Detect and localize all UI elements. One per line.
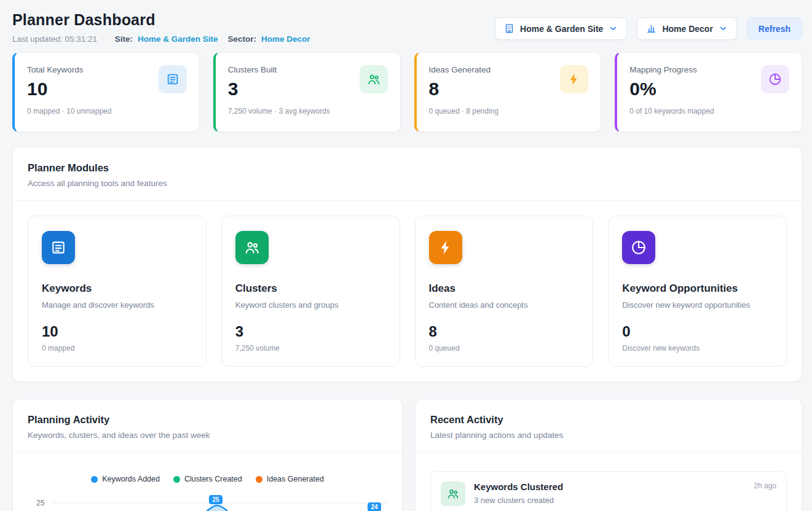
group-icon (441, 482, 465, 506)
module-value: 10 (42, 324, 192, 339)
group-icon (235, 231, 269, 264)
stat-detail: 0 queued · 8 pending (429, 107, 499, 115)
stat-label: Total Keywords (27, 65, 111, 74)
stat-card-mapping-progress: Mapping Progress 0% 0 of 10 keywords map… (615, 52, 802, 132)
activity-timestamp: 2h ago (754, 482, 776, 490)
legend-label: Ideas Generated (267, 475, 324, 483)
planner-modules-panel: Planner Modules Access all planning tool… (12, 147, 802, 382)
module-detail: 0 queued (429, 344, 580, 353)
chart-legend: Keywords Added Clusters Created Ideas Ge… (28, 475, 387, 483)
lightning-icon (560, 65, 588, 93)
stat-value: 8 (429, 80, 499, 98)
legend-item-clusters-created[interactable]: Clusters Created (173, 475, 242, 483)
recent-activity-subtitle: Latest planning actions and updates (430, 431, 787, 440)
bottom-row: Planning Activity Keywords, clusters, an… (12, 399, 802, 511)
planning-activity-subtitle: Keywords, clusters, and ideas over the p… (28, 431, 387, 440)
header-meta: Last updated: 05:31:21 · Site: Home & Ga… (12, 34, 310, 44)
pie-chart-icon (622, 231, 655, 264)
page-title: Planner Dashboard (12, 11, 310, 29)
chevron-down-icon (609, 24, 618, 33)
stat-detail: 0 of 10 keywords mapped (629, 107, 714, 115)
document-icon (42, 231, 75, 264)
legend-label: Keywords Added (102, 475, 160, 483)
building-icon (504, 23, 514, 34)
modules-title: Planner Modules (28, 162, 787, 174)
stat-label: Mapping Progress (629, 65, 714, 74)
header-controls: Home & Garden Site Home Decor Refresh (495, 17, 802, 40)
modules-grid: Keywords Manage and discover keywords 10… (13, 201, 802, 381)
sector-selector-label: Home Decor (662, 24, 712, 34)
planning-activity-title: Planning Activity (28, 414, 387, 426)
module-detail: 7,250 volume (235, 344, 386, 353)
meta-separator: · (102, 34, 105, 44)
activity-title: Keywords Clustered (474, 482, 563, 492)
site-link[interactable]: Home & Garden Site (138, 34, 218, 44)
stat-label: Clusters Built (228, 65, 330, 74)
header-left: Planner Dashboard Last updated: 05:31:21… (12, 11, 310, 44)
sector-link[interactable]: Home Decor (261, 34, 310, 44)
module-title: Clusters (235, 283, 386, 295)
svg-text:24: 24 (371, 504, 378, 510)
legend-label: Clusters Created (184, 475, 242, 483)
bar-chart-icon (646, 23, 656, 34)
sector-label: Sector: (227, 34, 256, 44)
legend-dot-orange (256, 476, 262, 483)
module-title: Ideas (429, 283, 580, 295)
refresh-button[interactable]: Refresh (747, 17, 802, 40)
document-icon (159, 65, 187, 93)
chart-area: 25 25 24 (28, 490, 387, 511)
modules-subtitle: Access all planning tools and features (28, 179, 787, 188)
module-description: Discover new keyword opportunities (622, 300, 773, 310)
chevron-down-icon (719, 24, 728, 33)
stats-row: Total Keywords 10 0 mapped · 10 unmapped… (12, 52, 802, 132)
legend-item-keywords-added[interactable]: Keywords Added (91, 475, 160, 483)
module-card-ideas[interactable]: Ideas Content ideas and concepts 8 0 que… (415, 216, 594, 367)
point-label-badge: 25 (209, 495, 223, 504)
module-description: Manage and discover keywords (42, 300, 192, 310)
module-title: Keyword Opportunities (622, 283, 773, 295)
sector-selector-dropdown[interactable]: Home Decor (637, 17, 736, 40)
pie-chart-icon (761, 65, 789, 93)
module-value: 8 (429, 324, 580, 339)
recent-activity-panel: Recent Activity Latest planning actions … (415, 399, 802, 511)
module-card-keyword-opportunities[interactable]: Keyword Opportunities Discover new keywo… (608, 216, 787, 367)
page-header: Planner Dashboard Last updated: 05:31:21… (12, 11, 802, 44)
stat-card-ideas-generated: Ideas Generated 8 0 queued · 8 pending (414, 52, 602, 132)
stat-card-clusters-built: Clusters Built 3 7,250 volume · 3 avg ke… (213, 52, 401, 132)
activity-description: 3 new clusters created (474, 496, 776, 505)
module-description: Keyword clusters and groups (235, 300, 386, 310)
group-icon (360, 65, 388, 93)
site-selector-dropdown[interactable]: Home & Garden Site (495, 17, 627, 40)
planning-activity-panel: Planning Activity Keywords, clusters, an… (12, 399, 403, 511)
site-label: Site: (115, 34, 133, 44)
legend-dot-blue (91, 476, 98, 483)
legend-dot-green (173, 476, 180, 483)
lightning-icon (429, 231, 462, 264)
stat-detail: 0 mapped · 10 unmapped (27, 107, 111, 115)
point-label-badge: 24 (368, 502, 381, 511)
activity-item-keywords-clustered: Keywords Clustered 2h ago 3 new clusters… (430, 471, 787, 511)
module-value: 3 (235, 324, 386, 339)
site-selector-label: Home & Garden Site (520, 24, 603, 34)
module-card-keywords[interactable]: Keywords Manage and discover keywords 10… (28, 216, 207, 367)
module-card-clusters[interactable]: Clusters Keyword clusters and groups 3 7… (221, 216, 400, 367)
stat-value: 0% (629, 80, 714, 98)
svg-text:25: 25 (212, 496, 219, 503)
planner-dashboard-page: Planner Dashboard Last updated: 05:31:21… (0, 0, 812, 511)
stat-value: 3 (228, 80, 330, 98)
last-updated-text: Last updated: 05:31:21 (12, 34, 97, 44)
legend-item-ideas-generated[interactable]: Ideas Generated (256, 475, 324, 483)
planning-activity-chart: 25 24 (52, 490, 387, 511)
module-title: Keywords (42, 283, 192, 295)
module-detail: 0 mapped (42, 344, 192, 353)
stat-detail: 7,250 volume · 3 avg keywords (228, 107, 330, 115)
module-value: 0 (622, 324, 773, 339)
module-description: Content ideas and concepts (429, 300, 580, 310)
stat-value: 10 (27, 80, 111, 98)
stat-card-total-keywords: Total Keywords 10 0 mapped · 10 unmapped (12, 52, 200, 132)
y-axis-tick: 25 (36, 499, 44, 507)
module-detail: Discover new keywords (622, 344, 773, 353)
stat-label: Ideas Generated (429, 65, 499, 74)
recent-activity-title: Recent Activity (430, 414, 787, 426)
